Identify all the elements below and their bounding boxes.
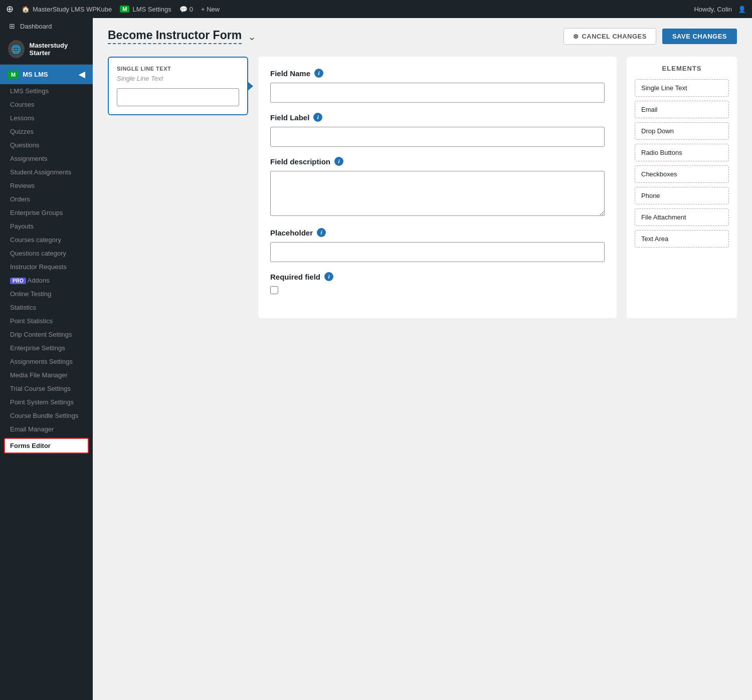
required-field-label: Required field i — [270, 272, 605, 281]
sidebar-item-reviews[interactable]: Reviews — [0, 179, 93, 192]
howdy-text: Howdy, Colin — [694, 6, 732, 13]
field-name-group: Field Name i — [270, 69, 605, 103]
field-name-input[interactable] — [270, 83, 605, 103]
field-label-info-icon[interactable]: i — [313, 113, 322, 122]
collapse-icon: ◀ — [79, 70, 85, 79]
sidebar-item-questions[interactable]: Questions — [0, 138, 93, 152]
field-label-input[interactable] — [270, 127, 605, 147]
sidebar-item-lessons[interactable]: Lessons — [0, 111, 93, 125]
sidebar-item-media-file-manager[interactable]: Media File Manager — [0, 368, 93, 382]
form-preview-panel: SINGLE LINE TEXT Single Line Text — [108, 57, 248, 318]
sidebar-item-drip-content-settings[interactable]: Drip Content Settings — [0, 328, 93, 341]
sidebar-item-point-statistics[interactable]: Point Statistics — [0, 314, 93, 328]
header-buttons: ⊗ CANCEL CHANGES SAVE CHANGES — [563, 28, 737, 45]
field-label-label: Field Label i — [270, 113, 605, 122]
sidebar-item-dashboard[interactable]: ⊞ Dashboard — [0, 18, 93, 34]
sidebar-user: 🌐 Masterstudy Starter — [0, 34, 93, 65]
field-name-info-icon[interactable]: i — [314, 69, 323, 78]
elements-buttons-container: Single Line TextEmailDrop DownRadio Butt… — [635, 79, 729, 248]
sidebar-item-email-manager[interactable]: Email Manager — [0, 422, 93, 436]
sidebar-item-orders[interactable]: Orders — [0, 192, 93, 206]
sidebar-item-forms-editor[interactable]: Forms Editor — [4, 438, 89, 453]
sidebar-item-enterprise-groups[interactable]: Enterprise Groups — [0, 206, 93, 219]
element-btn-checkboxes[interactable]: Checkboxes — [635, 165, 729, 183]
admin-bar: ⊕ 🏠 MasterStudy LMS WPKube M LMS Setting… — [0, 0, 752, 18]
element-btn-single-line-text[interactable]: Single Line Text — [635, 79, 729, 97]
sidebar-item-payouts[interactable]: Payouts — [0, 219, 93, 233]
sidebar-item-courses[interactable]: Courses — [0, 98, 93, 111]
user-avatar-small: 👤 — [738, 6, 746, 13]
cancel-icon: ⊗ — [573, 33, 579, 40]
required-field-info-icon[interactable]: i — [324, 272, 333, 281]
sidebar-item-assignments-settings[interactable]: Assignments Settings — [0, 355, 93, 368]
sidebar-item-point-system-settings[interactable]: Point System Settings — [0, 395, 93, 409]
placeholder-group: Placeholder i — [270, 228, 605, 262]
sidebar-item-student-assignments[interactable]: Student Assignments — [0, 165, 93, 179]
sidebar-item-trial-course-settings[interactable]: Trial Course Settings — [0, 382, 93, 395]
page-title: Become Instructor Form — [108, 29, 242, 44]
save-button[interactable]: SAVE CHANGES — [662, 29, 737, 44]
sidebar-item-instructor-requests[interactable]: Instructor Requests — [0, 260, 93, 274]
cancel-button[interactable]: ⊗ CANCEL CHANGES — [563, 28, 656, 45]
site-name[interactable]: 🏠 MasterStudy LMS WPKube — [22, 6, 112, 13]
placeholder-label: Placeholder i — [270, 228, 605, 237]
placeholder-info-icon[interactable]: i — [317, 228, 326, 237]
sidebar-item-assignments[interactable]: Assignments — [0, 152, 93, 165]
chevron-down-icon[interactable]: ⌄ — [248, 31, 256, 43]
required-field-group: Required field i — [270, 272, 605, 296]
element-btn-file-attachment[interactable]: File Attachment — [635, 208, 729, 226]
dashboard-icon: ⊞ — [8, 22, 16, 30]
elements-panel: ELEMENTS Single Line TextEmailDrop DownR… — [627, 57, 737, 318]
sidebar-sub-items: LMS SettingsCoursesLessonsQuizzesQuestio… — [0, 84, 93, 453]
placeholder-input[interactable] — [270, 242, 605, 262]
form-builder: SINGLE LINE TEXT Single Line Text Field … — [108, 57, 737, 318]
element-btn-text-area[interactable]: Text Area — [635, 230, 729, 248]
sidebar-item-enterprise-settings[interactable]: Enterprise Settings — [0, 341, 93, 355]
content-area: Become Instructor Form ⌄ ⊗ CANCEL CHANGE… — [93, 18, 752, 700]
pro-badge: PRO — [10, 278, 26, 284]
elements-title: ELEMENTS — [635, 65, 729, 72]
sidebar-item-questions-category[interactable]: Questions category — [0, 247, 93, 260]
field-settings-panel: Field Name i Field Label i Field descrip… — [258, 57, 617, 318]
sidebar-item-lms-settings[interactable]: LMS Settings — [0, 84, 93, 98]
form-element-card[interactable]: SINGLE LINE TEXT Single Line Text — [108, 57, 248, 115]
sidebar-item-statistics[interactable]: Statistics — [0, 301, 93, 314]
element-btn-radio-buttons[interactable]: Radio Buttons — [635, 144, 729, 161]
lms-settings-link[interactable]: M LMS Settings — [120, 6, 171, 13]
element-btn-drop-down[interactable]: Drop Down — [635, 122, 729, 140]
sidebar-item-quizzes[interactable]: Quizzes — [0, 125, 93, 138]
field-description-textarea[interactable] — [270, 171, 605, 216]
element-type-label: SINGLE LINE TEXT — [117, 66, 239, 72]
comments-link[interactable]: 💬 0 — [179, 6, 193, 13]
field-name-label: Field Name i — [270, 69, 605, 78]
avatar: 🌐 — [8, 40, 25, 58]
page-header: Become Instructor Form ⌄ ⊗ CANCEL CHANGE… — [108, 28, 737, 45]
new-link[interactable]: + New — [201, 6, 220, 13]
field-description-group: Field description i — [270, 157, 605, 218]
sidebar-item-course-bundle-settings[interactable]: Course Bundle Settings — [0, 409, 93, 422]
element-btn-phone[interactable]: Phone — [635, 187, 729, 204]
required-field-checkbox[interactable] — [270, 286, 278, 294]
sidebar-item-ms-lms[interactable]: M MS LMS ◀ — [0, 65, 93, 84]
sidebar-item-addons[interactable]: PRO Addons — [0, 274, 93, 287]
sidebar-item-online-testing[interactable]: Online Testing — [0, 287, 93, 301]
sidebar: ⊞ Dashboard 🌐 Masterstudy Starter M MS L… — [0, 18, 93, 700]
field-label-group: Field Label i — [270, 113, 605, 147]
element-name: Single Line Text — [117, 75, 239, 82]
wp-icon: ⊕ — [6, 4, 14, 15]
field-description-info-icon[interactable]: i — [334, 157, 343, 166]
element-preview-input[interactable] — [117, 88, 239, 106]
field-description-label: Field description i — [270, 157, 605, 166]
element-btn-email[interactable]: Email — [635, 101, 729, 118]
sidebar-item-courses-category[interactable]: Courses category — [0, 233, 93, 247]
